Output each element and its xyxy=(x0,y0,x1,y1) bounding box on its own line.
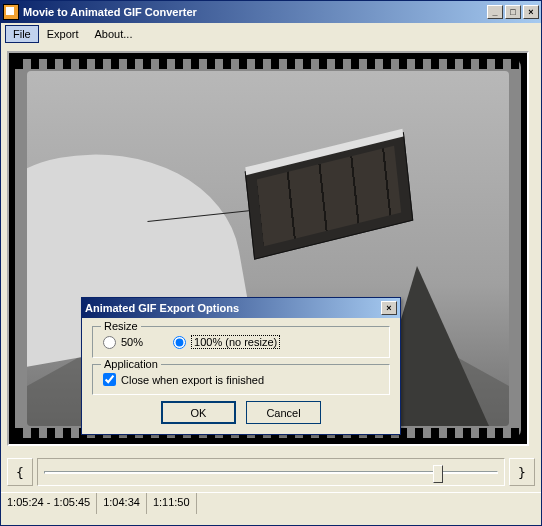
seek-slider[interactable] xyxy=(37,458,505,486)
resize-legend: Resize xyxy=(101,320,141,332)
main-window: Movie to Animated GIF Converter _ □ × Fi… xyxy=(0,0,542,526)
seek-thumb[interactable] xyxy=(433,465,443,483)
close-when-finished-checkbox[interactable]: Close when export is finished xyxy=(103,373,379,386)
content-area: Animated GIF Export Options × Resize 50%… xyxy=(1,45,541,452)
resize-50-radio[interactable]: 50% xyxy=(103,336,143,349)
menu-export[interactable]: Export xyxy=(39,25,87,43)
close-when-finished-input[interactable] xyxy=(103,373,116,386)
playback-controls: { } xyxy=(1,452,541,492)
next-button[interactable]: } xyxy=(509,458,535,486)
dialog-titlebar: Animated GIF Export Options × xyxy=(82,298,400,318)
resize-50-input[interactable] xyxy=(103,336,116,349)
prev-button[interactable]: { xyxy=(7,458,33,486)
cancel-button[interactable]: Cancel xyxy=(246,401,321,424)
statusbar: 1:05:24 - 1:05:45 1:04:34 1:11:50 xyxy=(1,492,541,514)
window-title: Movie to Animated GIF Converter xyxy=(23,6,487,18)
menu-about[interactable]: About... xyxy=(87,25,141,43)
status-position: 1:04:34 xyxy=(97,493,147,514)
titlebar: Movie to Animated GIF Converter _ □ × xyxy=(1,1,541,23)
resize-100-radio[interactable]: 100% (no resize) xyxy=(173,335,280,349)
app-icon xyxy=(3,4,19,20)
application-group: Application Close when export is finishe… xyxy=(92,364,390,395)
resize-50-label: 50% xyxy=(121,336,143,348)
ok-button[interactable]: OK xyxy=(161,401,236,424)
resize-100-input[interactable] xyxy=(173,336,186,349)
menu-file[interactable]: File xyxy=(5,25,39,43)
status-range: 1:05:24 - 1:05:45 xyxy=(1,493,97,514)
menubar: File Export About... xyxy=(1,23,541,45)
resize-100-label: 100% (no resize) xyxy=(191,335,280,349)
maximize-button[interactable]: □ xyxy=(505,5,521,19)
minimize-button[interactable]: _ xyxy=(487,5,503,19)
resize-group: Resize 50% 100% (no resize) xyxy=(92,326,390,358)
application-legend: Application xyxy=(101,358,161,370)
dialog-close-button[interactable]: × xyxy=(381,301,397,315)
close-when-finished-label: Close when export is finished xyxy=(121,374,264,386)
close-button[interactable]: × xyxy=(523,5,539,19)
status-duration: 1:11:50 xyxy=(147,493,197,514)
export-options-dialog: Animated GIF Export Options × Resize 50%… xyxy=(81,297,401,435)
dialog-title: Animated GIF Export Options xyxy=(85,302,381,314)
